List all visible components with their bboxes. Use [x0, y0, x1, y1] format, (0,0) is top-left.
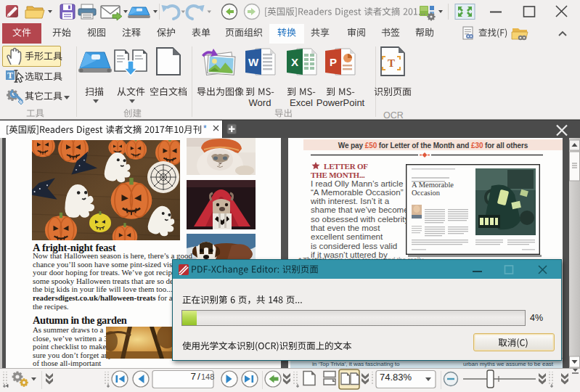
svg-text:W: W: [248, 56, 259, 68]
svg-text:A Memorable: A Memorable: [412, 181, 454, 189]
svg-text:T: T: [388, 57, 395, 69]
svg-text:X: X: [291, 56, 298, 68]
svg-text:Occasion: Occasion: [412, 189, 441, 197]
svg-text:P: P: [330, 56, 337, 68]
svg-text:*: *: [203, 123, 207, 134]
svg-text:T: T: [7, 70, 13, 81]
